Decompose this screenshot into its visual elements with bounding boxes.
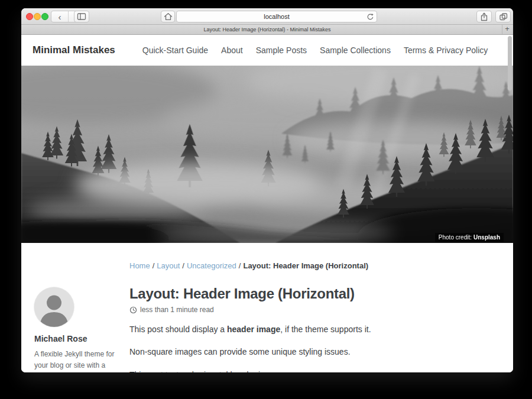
active-tab[interactable]: Layout: Header Image (Horizontal) - Mini…: [21, 25, 513, 34]
share-button[interactable]: [476, 11, 492, 22]
author-name: Michael Rose: [34, 334, 121, 343]
url-text: localhost: [264, 13, 289, 20]
read-time: less than 1 minute read: [129, 306, 502, 314]
breadcrumb-current: Layout: Header Image (Horizontal): [243, 261, 368, 270]
paragraph: Non-square images can provide some uniqu…: [129, 345, 502, 358]
breadcrumb-link-layout[interactable]: Layout: [157, 261, 180, 270]
home-icon: [164, 12, 173, 21]
breadcrumb-link-home[interactable]: Home: [129, 261, 150, 270]
browser-window: ‹ › localhost: [21, 8, 513, 372]
address-bar[interactable]: localhost: [176, 11, 377, 22]
breadcrumb-separator: /: [239, 261, 241, 270]
minimize-window-button[interactable]: [34, 13, 41, 20]
author-sidebar: Michael Rose A flexible Jekyll theme for…: [33, 261, 121, 372]
nav-item-sample-collections[interactable]: Sample Collections: [320, 46, 391, 55]
breadcrumb-separator: /: [153, 261, 155, 270]
nav-item-about[interactable]: About: [221, 46, 243, 55]
person-silhouette-icon: [34, 287, 74, 327]
paragraph-text: This post should display a: [129, 325, 227, 334]
site-title-link[interactable]: Minimal Mistakes: [33, 44, 115, 56]
sidebar-toggle-button[interactable]: [74, 11, 89, 22]
post-title: Layout: Header Image (Horizontal): [129, 286, 502, 302]
close-window-button[interactable]: [26, 13, 33, 20]
article-column: Home/Layout/Uncategorized/Layout: Header…: [129, 261, 502, 372]
refresh-icon: [366, 13, 374, 21]
paragraph-bold-text: header image: [227, 325, 280, 334]
new-tab-button[interactable]: +: [502, 25, 512, 34]
author-bio-line: A flexible Jekyll theme for: [34, 349, 121, 360]
read-time-text: less than 1 minute read: [140, 306, 214, 314]
author-bio: A flexible Jekyll theme for your blog or…: [34, 349, 121, 372]
paragraph: This post should display a header image,…: [129, 323, 502, 336]
content-area: Michael Rose A flexible Jekyll theme for…: [21, 261, 513, 372]
header-image: Photo credit:Unsplash: [21, 66, 513, 243]
clock-icon: [129, 306, 137, 314]
paragraph-text: , if the theme supports it.: [280, 325, 371, 334]
breadcrumb: Home/Layout/Uncategorized/Layout: Header…: [129, 261, 502, 270]
tab-bar: Layout: Header Image (Horizontal) - Mini…: [21, 25, 513, 35]
refresh-button[interactable]: [366, 13, 374, 22]
site-masthead: Minimal Mistakes Quick-Start Guide About…: [21, 35, 513, 66]
tab-overview-icon: [499, 12, 508, 21]
post-body: This post should display a header image,…: [129, 323, 502, 372]
breadcrumb-link-uncategorized[interactable]: Uncategorized: [187, 261, 236, 270]
back-button[interactable]: ‹: [51, 11, 68, 22]
paragraph: This post tests a horizontal header imag…: [129, 368, 502, 372]
tab-overview-button[interactable]: [495, 11, 511, 22]
scrollbar-thumb[interactable]: [508, 36, 512, 90]
photo-credit-badge: Photo credit:Unsplash: [435, 233, 504, 242]
photo-credit-label: Photo credit:: [439, 234, 472, 241]
page-viewport: Minimal Mistakes Quick-Start Guide About…: [21, 35, 513, 372]
author-bio-line: your blog or site with a: [34, 360, 121, 371]
nav-item-sample-posts[interactable]: Sample Posts: [256, 46, 307, 55]
home-button[interactable]: [161, 11, 175, 22]
photo-credit-link[interactable]: Unsplash: [473, 234, 500, 241]
share-icon: [480, 12, 488, 21]
nav-item-terms-privacy-policy[interactable]: Terms & Privacy Policy: [404, 46, 488, 55]
title-bar: ‹ › localhost: [21, 8, 513, 25]
foggy-forest-illustration: [21, 66, 513, 243]
nav-item-quick-start-guide[interactable]: Quick-Start Guide: [142, 46, 208, 55]
avatar: [34, 287, 74, 327]
breadcrumb-separator: /: [182, 261, 184, 270]
zoom-window-button[interactable]: [41, 13, 48, 20]
sidebar-icon: [77, 12, 86, 21]
author-bio-line: minimalist aesthetic.: [34, 371, 121, 372]
